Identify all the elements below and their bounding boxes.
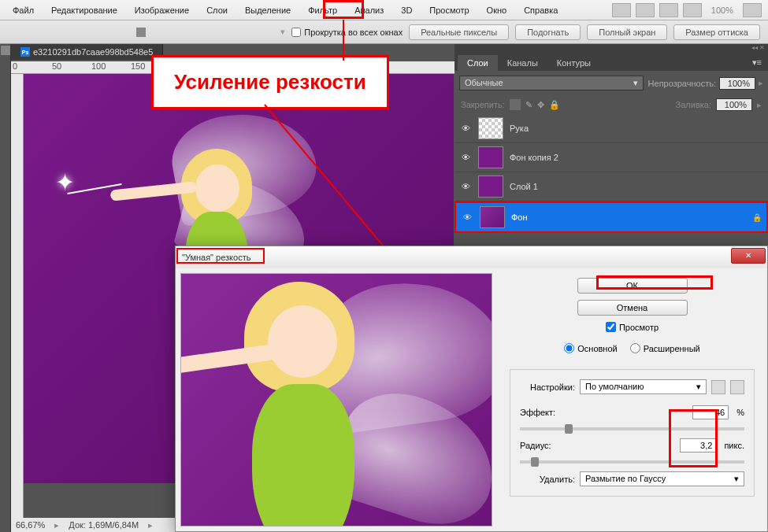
- lock-all-icon[interactable]: 🔒: [549, 100, 560, 110]
- panel-menu-icon[interactable]: ▾≡: [746, 54, 768, 71]
- delete-preset-icon[interactable]: [730, 380, 744, 394]
- menu-3d[interactable]: 3D: [393, 2, 420, 18]
- menu-view[interactable]: Просмотр: [421, 2, 477, 18]
- menu-file[interactable]: Файл: [5, 2, 42, 18]
- fill-input[interactable]: 100%: [716, 98, 752, 111]
- dialog-title: "Умная" резкость: [176, 246, 767, 268]
- dialog-preview[interactable]: [180, 273, 492, 526]
- lock-icon: 🔒: [752, 213, 762, 222]
- zoom-indicator[interactable]: 100%: [705, 6, 740, 15]
- workspace-icon[interactable]: [743, 3, 762, 17]
- menu-edit[interactable]: Редактирование: [43, 2, 125, 18]
- panel-collapse-icon[interactable]: ◂◂ ✕: [454, 44, 768, 52]
- layer-row-3[interactable]: 👁 Фон 🔒: [454, 201, 768, 233]
- layer-row-0[interactable]: 👁 Рука: [454, 114, 768, 143]
- bridge-icon[interactable]: [612, 3, 631, 17]
- ok-button[interactable]: ОК: [577, 278, 688, 294]
- main-menu-bar: Файл Редактирование Изображение Слои Выд…: [0, 0, 768, 20]
- radius-slider[interactable]: [520, 460, 744, 464]
- menu-layers[interactable]: Слои: [198, 2, 236, 18]
- ps-badge-icon: Ps: [20, 47, 30, 57]
- annotation-line-1: [343, 20, 344, 61]
- menu-select[interactable]: Выделение: [237, 2, 299, 18]
- layer-row-1[interactable]: 👁 Фон копия 2: [454, 143, 768, 172]
- basic-mode-radio[interactable]: Основной: [564, 343, 617, 353]
- layer-name-label[interactable]: Фон: [511, 212, 746, 222]
- layer-thumbnail[interactable]: [478, 175, 503, 198]
- menu-image[interactable]: Изображение: [127, 2, 197, 18]
- remove-select[interactable]: Размытие по Гауссу▾: [580, 471, 744, 486]
- mb-icon[interactable]: [636, 3, 655, 17]
- menu-window[interactable]: Окно: [479, 2, 515, 18]
- collapsed-tool-strip[interactable]: [0, 44, 11, 532]
- layer-list: 👁 Рука 👁 Фон копия 2 👁 Слой 1 👁 Фон 🔒: [454, 114, 768, 233]
- remove-label: Удалить:: [520, 475, 575, 484]
- tab-channels[interactable]: Каналы: [498, 55, 547, 71]
- menu-analysis[interactable]: Анализ: [347, 2, 391, 18]
- opacity-input[interactable]: 100%: [719, 77, 755, 90]
- tab-layers[interactable]: Слои: [458, 55, 498, 71]
- menu-filter[interactable]: Фильтр: [300, 2, 345, 18]
- arrange-icon[interactable]: [683, 3, 702, 17]
- scroll-all-windows-checkbox[interactable]: Прокрутка во всех окнах: [291, 28, 403, 37]
- options-bar: ▾ Прокрутка во всех окнах Реальные пиксе…: [0, 20, 768, 44]
- visibility-icon[interactable]: 👁: [459, 124, 472, 133]
- annotation-label: Усиление резкости: [151, 55, 389, 109]
- doc-size: Док: 1,69M/6,84M: [69, 520, 139, 530]
- lock-pixels-icon[interactable]: ✎: [525, 100, 532, 110]
- document-tab[interactable]: Ps e3210291db7caae998bd548e5: [11, 44, 163, 60]
- screen-mode-icon[interactable]: [659, 3, 678, 17]
- layers-panel-tabs: Слои Каналы Контуры ▾≡: [454, 52, 768, 71]
- radius-label: Радиус:: [520, 441, 570, 450]
- layer-name-label[interactable]: Слой 1: [510, 182, 763, 191]
- advanced-mode-radio[interactable]: Расширенный: [630, 343, 700, 353]
- settings-select[interactable]: По умолчанию▾: [580, 379, 707, 394]
- preview-checkbox[interactable]: Просмотр: [510, 322, 755, 332]
- layer-name-label[interactable]: Рука: [510, 124, 763, 133]
- zoom-value[interactable]: 66,67%: [16, 520, 45, 530]
- effect-label: Эффект:: [520, 408, 570, 417]
- effect-input[interactable]: [692, 405, 729, 419]
- smart-sharpen-dialog: "Умная" резкость ✕ ОК Отмена Просмотр Ос…: [175, 246, 768, 532]
- effect-slider[interactable]: [520, 427, 744, 430]
- print-size-button[interactable]: Размер оттиска: [673, 24, 760, 40]
- cancel-button[interactable]: Отмена: [577, 300, 688, 316]
- layer-name-label[interactable]: Фон копия 2: [510, 153, 763, 162]
- lock-transparent-icon[interactable]: [510, 99, 521, 110]
- lock-position-icon[interactable]: ✥: [537, 100, 544, 110]
- visibility-icon[interactable]: 👁: [459, 182, 472, 191]
- settings-label: Настройки:: [520, 382, 575, 392]
- layer-thumbnail[interactable]: [480, 206, 505, 228]
- tab-paths[interactable]: Контуры: [547, 55, 600, 71]
- vertical-ruler: [11, 74, 24, 519]
- menu-help[interactable]: Справка: [516, 2, 566, 18]
- actual-pixels-button[interactable]: Реальные пикселы: [409, 24, 509, 40]
- save-preset-icon[interactable]: [711, 380, 725, 394]
- hand-tool-icon[interactable]: [136, 28, 146, 37]
- fit-screen-button[interactable]: Подогнать: [515, 24, 581, 40]
- radius-input[interactable]: [680, 438, 716, 453]
- visibility-icon[interactable]: 👁: [461, 212, 473, 222]
- blend-mode-select[interactable]: Обычные ▾: [459, 76, 644, 91]
- dialog-close-button[interactable]: ✕: [731, 248, 766, 264]
- full-screen-button[interactable]: Полный экран: [587, 24, 667, 40]
- layer-row-2[interactable]: 👁 Слой 1: [454, 172, 768, 201]
- layer-thumbnail[interactable]: [478, 146, 503, 168]
- layer-thumbnail[interactable]: [478, 117, 503, 139]
- visibility-icon[interactable]: 👁: [459, 153, 472, 162]
